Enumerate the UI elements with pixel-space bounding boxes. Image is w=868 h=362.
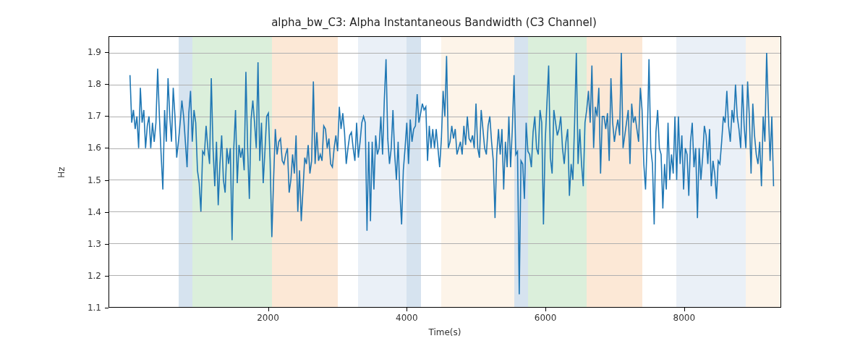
x-tick-mark (545, 308, 546, 311)
x-tick-label: 6000 (535, 313, 557, 323)
y-tick-label: 1.5 (0, 175, 101, 185)
grid-line (109, 307, 780, 308)
x-tick-label: 2000 (257, 313, 279, 323)
x-tick-label: 4000 (396, 313, 418, 323)
x-tick-mark (407, 308, 407, 311)
y-tick-label: 1.3 (0, 239, 101, 249)
plot-axes (109, 36, 781, 308)
y-tick-mark (105, 308, 109, 308)
figure: alpha_bw_C3: Alpha Instantaneous Bandwid… (0, 0, 868, 362)
y-tick-label: 1.4 (0, 207, 101, 217)
y-tick-label: 1.1 (0, 303, 101, 313)
chart-title: alpha_bw_C3: Alpha Instantaneous Bandwid… (0, 16, 868, 29)
x-tick-mark (268, 308, 269, 311)
x-tick-mark (684, 308, 685, 311)
y-axis-label: Hz (54, 36, 69, 308)
y-tick-label: 1.7 (0, 111, 101, 121)
y-tick-label: 1.9 (0, 47, 101, 57)
y-tick-label: 1.2 (0, 271, 101, 281)
y-tick-label: 1.6 (0, 143, 101, 153)
line-series (109, 37, 780, 307)
x-axis-label: Time(s) (109, 327, 781, 337)
x-tick-label: 8000 (673, 313, 695, 323)
y-tick-label: 1.8 (0, 79, 101, 89)
